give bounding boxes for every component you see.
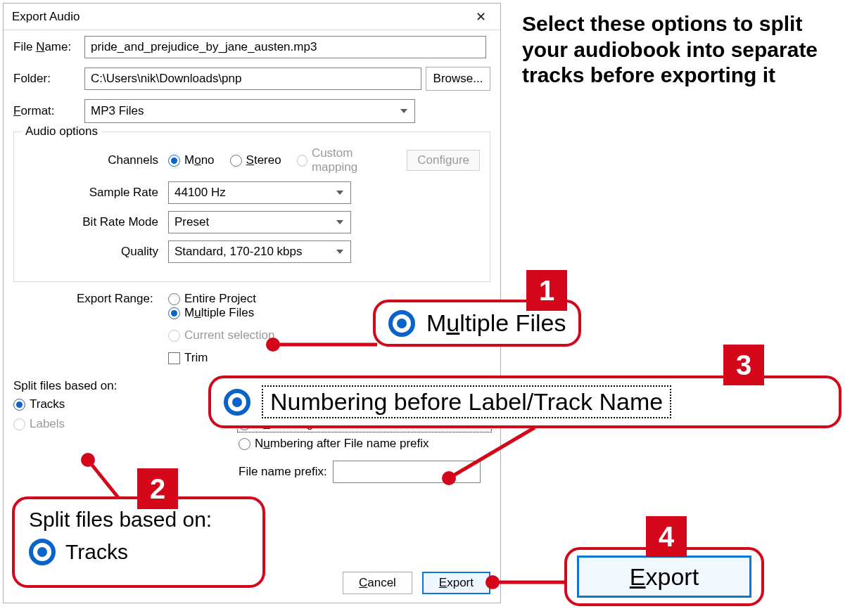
filename-input[interactable] xyxy=(84,36,486,58)
big-radio-icon xyxy=(388,310,415,337)
split-tracks-radio[interactable]: Tracks xyxy=(13,397,231,411)
quality-row: Quality Standard, 170-210 kbps xyxy=(24,240,480,263)
radio-icon xyxy=(13,399,25,411)
badge-3: 3 xyxy=(723,345,764,385)
big-export-button: Export xyxy=(577,556,751,598)
folder-row: Folder: Browse... xyxy=(13,67,490,91)
quality-label: Quality xyxy=(24,245,168,259)
format-combo[interactable]: MP3 Files xyxy=(84,99,415,123)
bitratemode-value: Preset xyxy=(174,215,209,229)
channels-mono-radio[interactable]: Mono xyxy=(168,153,215,167)
browse-button[interactable]: Browse... xyxy=(426,67,490,91)
format-row: Format: MP3 Files xyxy=(13,99,490,123)
dialog-buttons: Cancel Export xyxy=(343,572,490,594)
callout-split-title: Split files based on: xyxy=(29,508,212,532)
radio-icon xyxy=(168,307,180,319)
badge-4: 4 xyxy=(646,516,687,557)
quality-value: Standard, 170-210 kbps xyxy=(174,245,302,259)
audio-options-legend: Audio options xyxy=(21,124,102,139)
callout-split-tracks: Split files based on: Tracks xyxy=(12,496,265,588)
callout-numbering-text: Numbering before Label/Track Name xyxy=(262,385,671,418)
split-labels-radio: Labels xyxy=(13,417,231,431)
export-range-label: Export Range: xyxy=(77,292,168,306)
prefix-label: File name prefix: xyxy=(239,465,327,479)
filename-label: File Name: xyxy=(13,40,80,54)
big-radio-icon xyxy=(224,389,250,416)
folder-label: Folder: xyxy=(13,72,80,86)
radio-icon xyxy=(168,155,180,167)
split-column: Split files based on: Tracks Labels xyxy=(13,379,231,483)
trim-checkbox[interactable]: Trim xyxy=(168,351,490,365)
bitratemode-row: Bit Rate Mode Preset xyxy=(24,211,480,233)
badge-1: 1 xyxy=(526,270,567,311)
name-num-after-radio[interactable]: Numbering after File name prefix xyxy=(239,437,490,451)
format-value: MP3 Files xyxy=(91,104,144,118)
radio-icon xyxy=(239,438,250,450)
split-title: Split files based on: xyxy=(13,379,231,393)
radio-icon xyxy=(230,155,242,167)
folder-input[interactable] xyxy=(84,68,421,90)
filename-row: File Name: xyxy=(13,36,490,58)
bitratemode-combo[interactable]: Preset xyxy=(168,211,351,233)
configure-button: Configure xyxy=(407,150,480,171)
channels-stereo-radio[interactable]: Stereo xyxy=(230,153,281,167)
format-label: Format: xyxy=(13,104,80,118)
channels-row: Channels Mono Stereo Custom mapping Conf xyxy=(24,146,480,174)
cancel-button[interactable]: Cancel xyxy=(343,572,412,594)
audio-options-group: Audio options Channels Mono Stereo Custo… xyxy=(13,131,490,282)
radio-icon xyxy=(13,418,25,430)
big-radio-icon: Tracks xyxy=(29,539,128,565)
samplerate-value: 44100 Hz xyxy=(174,186,226,200)
radio-icon xyxy=(297,155,307,167)
channels-custom-radio: Custom mapping xyxy=(297,146,392,174)
samplerate-label: Sample Rate xyxy=(24,186,168,200)
prefix-input[interactable] xyxy=(333,461,481,483)
radio-icon xyxy=(168,293,180,305)
export-button[interactable]: Export xyxy=(422,572,490,594)
prefix-row: File name prefix: xyxy=(239,461,490,483)
window-title: Export Audio xyxy=(12,10,80,24)
checkbox-icon xyxy=(168,352,180,364)
samplerate-row: Sample Rate 44100 Hz xyxy=(24,181,480,204)
channels-label: Channels xyxy=(24,153,168,167)
bitratemode-label: Bit Rate Mode xyxy=(24,215,168,229)
samplerate-combo[interactable]: 44100 Hz xyxy=(168,181,351,204)
quality-combo[interactable]: Standard, 170-210 kbps xyxy=(168,240,351,263)
close-icon[interactable]: ✕ xyxy=(466,6,495,27)
radio-icon xyxy=(168,330,180,342)
titlebar: Export Audio ✕ xyxy=(4,4,500,30)
badge-2: 2 xyxy=(137,468,178,509)
annotation-caption: Select these options to split your audio… xyxy=(522,11,839,89)
